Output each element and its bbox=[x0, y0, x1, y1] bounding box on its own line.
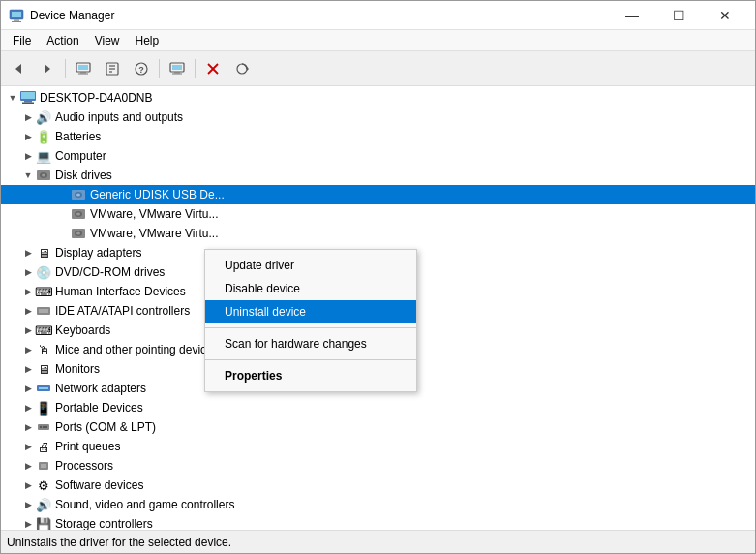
vmware1-icon bbox=[71, 206, 86, 222]
svg-rect-41 bbox=[39, 309, 48, 313]
tree-sound[interactable]: ▶ 🔊 Sound, video and game controllers bbox=[1, 495, 755, 514]
print-label: Print queues bbox=[55, 440, 120, 453]
toolbar-help[interactable]: ? bbox=[128, 55, 155, 82]
toolbar-scan[interactable] bbox=[228, 55, 256, 82]
batteries-icon: 🔋 bbox=[36, 129, 51, 144]
toolbar-forward[interactable] bbox=[34, 55, 61, 82]
vmware2-expand-icon bbox=[55, 226, 71, 241]
svg-rect-19 bbox=[172, 73, 182, 74]
svg-rect-8 bbox=[80, 72, 86, 74]
root-computer-icon bbox=[20, 90, 36, 106]
svg-rect-43 bbox=[39, 387, 48, 389]
svg-rect-9 bbox=[78, 73, 88, 74]
toolbar-device-manager[interactable] bbox=[164, 55, 191, 82]
tree-print[interactable]: ▶ 🖨 Print queues bbox=[1, 437, 755, 456]
tree-storage[interactable]: ▶ 💾 Storage controllers bbox=[1, 514, 755, 530]
root-label: DESKTOP-D4A0DNB bbox=[40, 91, 152, 105]
mice-expand-icon: ▶ bbox=[20, 342, 36, 357]
device-tree[interactable]: ▼ DESKTOP-D4A0DNB ▶ 🔊 Audio inputs and o… bbox=[1, 86, 755, 530]
tree-root[interactable]: ▼ DESKTOP-D4A0DNB bbox=[1, 88, 755, 108]
keyboards-label: Keyboards bbox=[55, 323, 110, 337]
monitors-expand-icon: ▶ bbox=[20, 361, 36, 377]
hid-icon: ⌨ bbox=[36, 284, 51, 299]
processors-expand-icon: ▶ bbox=[20, 458, 36, 474]
tree-computer[interactable]: ▶ 💻 Computer bbox=[1, 146, 755, 166]
tree-ports[interactable]: ▶ Ports (COM & LPT) bbox=[1, 417, 755, 437]
vmware1-expand-icon bbox=[55, 206, 71, 222]
disk-expand-icon: ▼ bbox=[20, 168, 36, 183]
ctx-uninstall-label: Uninstall device bbox=[225, 305, 306, 319]
svg-point-47 bbox=[45, 426, 47, 428]
ide-expand-icon: ▶ bbox=[20, 303, 36, 319]
ctx-update-driver[interactable]: Update driver bbox=[205, 254, 416, 277]
vmware1-label: VMware, VMware Virtu... bbox=[90, 207, 218, 221]
toolbar-back[interactable] bbox=[5, 55, 32, 82]
vmware2-icon bbox=[71, 226, 86, 241]
software-label: Software devices bbox=[55, 478, 143, 492]
ctx-props-label: Properties bbox=[225, 369, 282, 383]
svg-rect-18 bbox=[174, 72, 180, 74]
svg-rect-1 bbox=[12, 12, 21, 17]
computer-icon: 💻 bbox=[36, 148, 51, 164]
toolbar-sep2 bbox=[159, 59, 160, 78]
portable-label: Portable Devices bbox=[55, 401, 143, 415]
ctx-disable-label: Disable device bbox=[225, 282, 300, 295]
toolbar-properties[interactable] bbox=[99, 55, 126, 82]
vmware2-label: VMware, VMware Virtu... bbox=[90, 227, 218, 240]
ide-icon bbox=[36, 303, 51, 319]
root-expand-icon: ▼ bbox=[5, 90, 20, 106]
window: Device Manager — ☐ ✕ File Action View He… bbox=[0, 0, 756, 554]
batteries-label: Batteries bbox=[55, 130, 101, 143]
svg-text:?: ? bbox=[138, 65, 144, 75]
menu-action[interactable]: Action bbox=[39, 32, 86, 49]
svg-rect-25 bbox=[21, 92, 35, 99]
network-expand-icon: ▶ bbox=[20, 381, 36, 396]
toolbar-computer[interactable] bbox=[70, 55, 97, 82]
close-button[interactable]: ✕ bbox=[703, 1, 747, 30]
minimize-button[interactable]: — bbox=[610, 1, 654, 30]
toolbar-delete[interactable] bbox=[199, 55, 227, 82]
portable-icon: 📱 bbox=[36, 400, 51, 416]
display-expand-icon: ▶ bbox=[20, 245, 36, 261]
ctx-scan-hardware[interactable]: Scan for hardware changes bbox=[205, 332, 416, 355]
tree-software[interactable]: ▶ ⚙ Software devices bbox=[1, 476, 755, 495]
generic-icon bbox=[71, 187, 86, 202]
menu-help[interactable]: Help bbox=[128, 32, 167, 49]
tree-vmware2[interactable]: VMware, VMware Virtu... bbox=[1, 224, 755, 243]
ctx-update-label: Update driver bbox=[225, 259, 294, 272]
processors-label: Processors bbox=[55, 459, 113, 473]
monitors-label: Monitors bbox=[55, 362, 100, 376]
ctx-properties[interactable]: Properties bbox=[205, 364, 416, 387]
svg-rect-27 bbox=[22, 103, 34, 105]
menu-bar: File Action View Help bbox=[1, 30, 755, 51]
svg-rect-3 bbox=[12, 21, 21, 22]
menu-view[interactable]: View bbox=[87, 32, 128, 49]
ctx-uninstall-device[interactable]: Uninstall device bbox=[205, 300, 416, 323]
ctx-disable-device[interactable]: Disable device bbox=[205, 277, 416, 300]
monitors-icon: 🖥 bbox=[36, 361, 51, 377]
tree-audio[interactable]: ▶ 🔊 Audio inputs and outputs bbox=[1, 108, 755, 127]
svg-rect-2 bbox=[14, 19, 19, 21]
network-label: Network adapters bbox=[55, 382, 146, 395]
tree-disk[interactable]: ▼ Disk drives bbox=[1, 166, 755, 185]
tree-generic-udisk[interactable]: Generic UDISK USB De... bbox=[1, 185, 755, 204]
tree-batteries[interactable]: ▶ 🔋 Batteries bbox=[1, 127, 755, 146]
tree-processors[interactable]: ▶ Processors bbox=[1, 456, 755, 476]
ide-label: IDE ATA/ATAPI controllers bbox=[55, 304, 190, 318]
tree-portable[interactable]: ▶ 📱 Portable Devices bbox=[1, 398, 755, 417]
tree-vmware1[interactable]: VMware, VMware Virtu... bbox=[1, 204, 755, 224]
ctx-scan-label: Scan for hardware changes bbox=[225, 337, 367, 351]
keyboards-icon: ⌨ bbox=[36, 323, 51, 338]
svg-point-30 bbox=[42, 174, 45, 177]
svg-point-36 bbox=[76, 213, 80, 216]
menu-file[interactable]: File bbox=[5, 32, 39, 49]
dvd-label: DVD/CD-ROM drives bbox=[55, 265, 165, 279]
svg-point-45 bbox=[40, 426, 42, 428]
title-bar: Device Manager — ☐ ✕ bbox=[1, 1, 755, 30]
processors-icon bbox=[36, 458, 51, 474]
computer-expand-icon: ▶ bbox=[20, 148, 36, 164]
maximize-button[interactable]: ☐ bbox=[656, 1, 701, 30]
svg-rect-7 bbox=[78, 65, 88, 70]
content-area: ▼ DESKTOP-D4A0DNB ▶ 🔊 Audio inputs and o… bbox=[1, 86, 755, 530]
dvd-expand-icon: ▶ bbox=[20, 264, 36, 280]
